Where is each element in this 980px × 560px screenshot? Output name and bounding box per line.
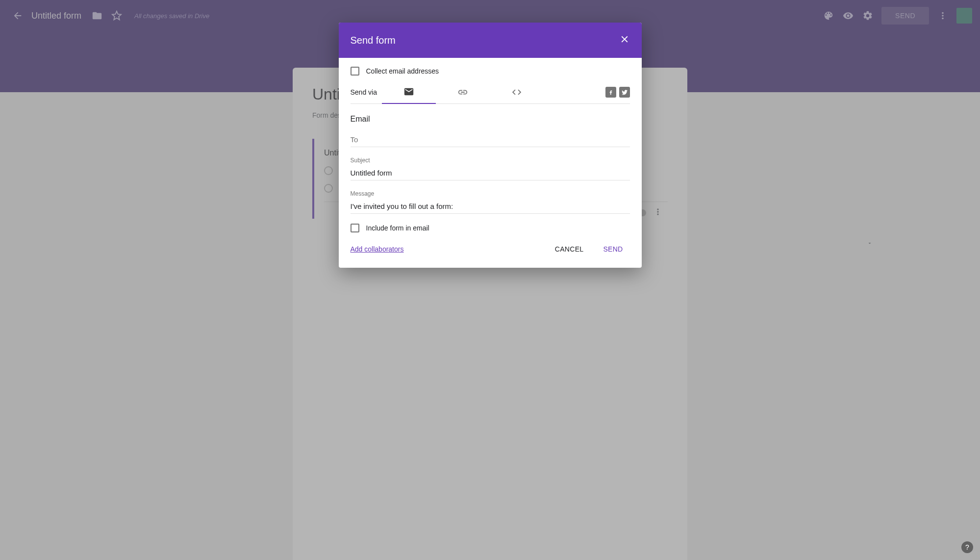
include-form-row: Include form in email — [351, 224, 630, 232]
send-via-label: Send via — [351, 88, 377, 96]
facebook-icon[interactable] — [605, 87, 616, 98]
twitter-icon[interactable] — [619, 87, 630, 98]
help-icon[interactable]: ? — [961, 541, 973, 553]
tab-embed[interactable] — [490, 80, 544, 104]
message-input[interactable] — [351, 199, 630, 214]
to-input[interactable] — [351, 132, 630, 147]
collect-email-checkbox[interactable] — [351, 67, 359, 76]
social-share — [605, 87, 630, 98]
subject-label: Subject — [351, 157, 630, 164]
dialog-footer: Add collaborators CANCEL SEND — [339, 234, 642, 268]
email-section-title: Email — [351, 115, 630, 124]
tab-email[interactable] — [382, 80, 436, 104]
dialog-title: Send form — [351, 35, 396, 46]
collect-email-label: Collect email addresses — [366, 67, 439, 75]
send-button[interactable]: SEND — [596, 241, 629, 257]
send-form-dialog: Send form Collect email addresses Send v… — [339, 23, 642, 268]
collect-email-row: Collect email addresses — [351, 67, 630, 76]
subject-field: Subject — [351, 157, 630, 180]
include-form-label: Include form in email — [366, 224, 429, 232]
dialog-header: Send form — [339, 23, 642, 58]
message-field: Message — [351, 190, 630, 214]
to-field — [351, 132, 630, 147]
cancel-button[interactable]: CANCEL — [548, 241, 591, 257]
include-form-checkbox[interactable] — [351, 224, 359, 232]
subject-input[interactable] — [351, 166, 630, 180]
add-collaborators-link[interactable]: Add collaborators — [351, 245, 404, 253]
tab-link[interactable] — [436, 80, 490, 104]
message-label: Message — [351, 190, 630, 197]
close-icon[interactable] — [619, 34, 630, 47]
send-via-tabs: Send via — [351, 80, 630, 104]
